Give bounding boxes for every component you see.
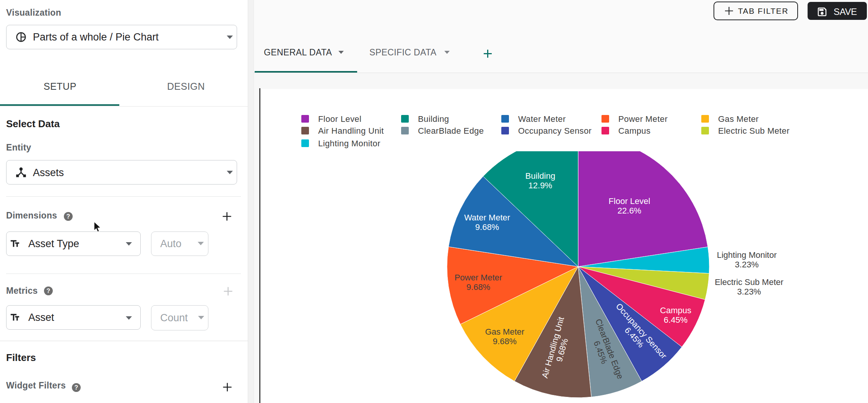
svg-text:Electric Sub Meter3.23%: Electric Sub Meter3.23% bbox=[715, 277, 783, 296]
svg-text:Building12.9%: Building12.9% bbox=[525, 171, 555, 190]
svg-text:Lighting Monitor3.23%: Lighting Monitor3.23% bbox=[717, 250, 777, 269]
svg-text:Campus6.45%: Campus6.45% bbox=[660, 306, 691, 325]
